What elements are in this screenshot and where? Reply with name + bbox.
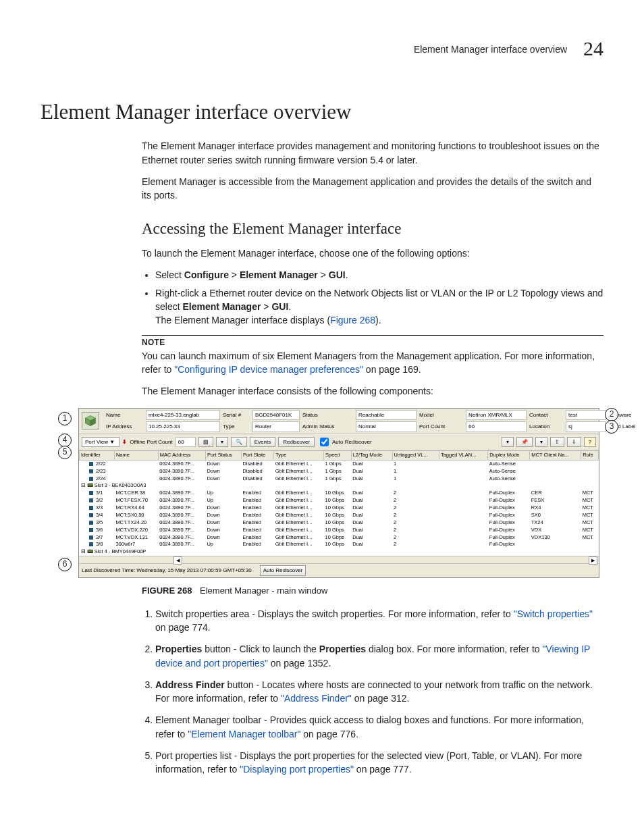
list-item: Address Finder button - Locates where ho… xyxy=(155,678,603,706)
address-finder-link[interactable]: "Address Finder" xyxy=(281,693,352,704)
column-header[interactable]: L2/Tag Mode xyxy=(351,450,392,460)
table-row[interactable]: 3/3MCT.RX4.640024.3890.7F...DownEnabledG… xyxy=(80,504,599,512)
port-view-dropdown[interactable]: Port View ▼ xyxy=(82,437,119,448)
portcount-label: Port Count xyxy=(419,423,463,431)
collapse-button[interactable]: ⇧ xyxy=(550,437,564,448)
slot-row[interactable]: ⊟ 📟 Slot 4 - BMY0449F00P xyxy=(80,548,599,556)
table-row[interactable]: 3/7MCT.VDX.1310024.3890.7F...DownEnabled… xyxy=(80,534,599,542)
chart-dropdown-button[interactable]: ▾ xyxy=(216,437,228,448)
toolbar-dropdown-button-2[interactable]: ▾ xyxy=(535,437,547,448)
status-label: Status xyxy=(302,411,353,419)
table-row[interactable]: 3/4MCT.SX0.800024.3890.7F...DownEnabledG… xyxy=(80,512,599,519)
note-label: NOTE xyxy=(142,337,603,348)
admin-label: Admin Status xyxy=(302,423,353,431)
model-field: NetIron XMR/MLX xyxy=(466,410,527,421)
scroll-right-button[interactable]: ▶ xyxy=(589,556,597,565)
table-row[interactable]: 2/240024.3890.7F...DownDisabledGbit Ethe… xyxy=(80,475,599,483)
note-link[interactable]: "Configuring IP device manager preferenc… xyxy=(174,364,363,375)
offline-indicator-icon: ⬇ xyxy=(122,438,127,446)
port-properties-link[interactable]: "Displaying port properties" xyxy=(240,764,354,775)
figure-caption-text: Element Manager - main window xyxy=(200,585,327,596)
admin-field: Normal xyxy=(356,421,417,432)
status-field: Reachable xyxy=(356,410,417,421)
list-item: Port properties list - Displays the port… xyxy=(155,749,603,777)
column-header[interactable]: Duplex Mode xyxy=(488,450,530,460)
location-label: Location xyxy=(529,423,563,431)
callout-5: 5 xyxy=(58,446,72,459)
slot-row[interactable]: ⊟ 📟 Slot 3 - BEK0403O0A3 xyxy=(80,482,599,490)
serial-label: Serial # xyxy=(223,411,250,419)
location-field[interactable]: sj xyxy=(566,421,606,432)
column-header[interactable]: MAC Address xyxy=(158,450,205,460)
note-rule xyxy=(142,335,603,336)
column-header[interactable]: Tagged VLAN... xyxy=(439,450,487,460)
table-row[interactable]: 3/6MCT.VDX.2200024.3890.7F...DownEnabled… xyxy=(80,527,599,534)
list-item: Select Configure > Element Manager > GUI… xyxy=(155,268,603,282)
column-header[interactable]: Role xyxy=(581,450,599,460)
list-item: Properties button - Click to launch the … xyxy=(155,642,603,670)
ip-label: IP Address xyxy=(106,423,143,431)
status-bar: Last Discovered Time: Wednesday, 15 May … xyxy=(79,563,599,577)
section-heading: Accessing the Element Manager interface xyxy=(142,217,603,240)
column-header[interactable]: MCT Client Na... xyxy=(530,450,581,460)
callout-1: 1 xyxy=(58,412,72,425)
instruction-list: Select Configure > Element Manager > GUI… xyxy=(142,268,603,327)
callout-2: 2 xyxy=(605,408,618,421)
column-header[interactable]: Identifier xyxy=(80,450,115,460)
ip-field: 10.25.225.33 xyxy=(146,421,220,432)
contact-field[interactable]: test xyxy=(566,410,606,421)
list-item: Switch properties area - Displays the sw… xyxy=(155,607,603,635)
port-properties-list: IdentifierNameMAC AddressPort StatusPort… xyxy=(79,450,599,563)
name-field[interactable]: mlxe4-225-33.englab xyxy=(146,410,220,421)
model-label: Model xyxy=(419,411,463,419)
contact-label: Contact xyxy=(529,411,563,419)
events-button[interactable]: Events xyxy=(250,437,275,448)
chapter-number: 24 xyxy=(583,37,603,59)
type-field: Router xyxy=(252,421,300,432)
figure-link[interactable]: Figure 268 xyxy=(330,315,375,325)
last-discovered-time: Last Discovered Time: Wednesday, 15 May … xyxy=(82,567,252,575)
note-text: You can launch maximum of six Element Ma… xyxy=(142,349,603,377)
page-title: Element Manager interface overview xyxy=(41,97,603,128)
search-button[interactable]: 🔍 xyxy=(231,437,247,448)
table-row[interactable]: 3/5MCT.TX24.200024.3890.7F...DownEnabled… xyxy=(80,519,599,527)
column-header[interactable]: Name xyxy=(114,450,158,460)
chart-button[interactable]: ▧ xyxy=(198,437,213,448)
expand-button[interactable]: ⇩ xyxy=(567,437,581,448)
column-header[interactable]: Type xyxy=(274,450,324,460)
table-row[interactable]: 2/220024.3890.7F...DownDisabledGbit Ethe… xyxy=(80,460,599,467)
table-row[interactable]: 2/230024.3890.7F...DownDisabledGbit Ethe… xyxy=(80,468,599,475)
table-row[interactable]: 3/8300w6r70024.3890.7F...UpEnabledGbit E… xyxy=(80,541,599,548)
auto-rediscover-checkbox[interactable]: Auto Rediscover xyxy=(317,436,371,448)
list-item: Element Manager toolbar - Provides quick… xyxy=(155,713,603,741)
help-button[interactable]: ? xyxy=(584,437,596,448)
callout-6: 6 xyxy=(58,558,72,571)
element-manager-toolbar: Port View ▼ ⬇ Offline Port Count 60 ▧ ▾ … xyxy=(79,434,599,450)
table-row[interactable]: 3/2MCT.FESX.700024.3890.7F...UpEnabledGb… xyxy=(80,497,599,504)
intro-paragraph-2: Element Manager is accessible from the M… xyxy=(142,175,603,203)
components-lead: The Element Manager interface consists o… xyxy=(142,384,603,398)
offline-port-count-field: 60 xyxy=(176,437,196,448)
list-item: Right-click a Ethernet router device on … xyxy=(155,286,603,328)
toolbar-dropdown-button[interactable]: ▾ xyxy=(502,437,514,448)
callout-4: 4 xyxy=(58,434,72,447)
column-header[interactable]: Port Status xyxy=(205,450,241,460)
scroll-left-button[interactable]: ◀ xyxy=(173,556,182,565)
switch-properties-link[interactable]: "Switch properties" xyxy=(514,608,593,619)
column-header[interactable]: Port State xyxy=(241,450,273,460)
figure-268: 1 2 3 4 5 6 Name mlxe4-225-33.englab Ser… xyxy=(46,408,603,578)
status-auto-rediscover-button[interactable]: Auto Rediscover xyxy=(260,565,306,576)
rediscover-button[interactable]: Rediscover xyxy=(278,437,315,448)
type-label: Type xyxy=(223,423,250,431)
switch-properties-area: Name mlxe4-225-33.englab Serial # BGD254… xyxy=(79,409,599,434)
figure-caption: FIGURE 268 Element Manager - main window xyxy=(142,585,603,598)
table-row[interactable]: 3/1MCT.CER.380024.3890.7F...UpEnabledGbi… xyxy=(80,490,599,497)
column-header[interactable]: Speed xyxy=(323,450,351,460)
offline-port-count-label: Offline Port Count xyxy=(130,438,172,446)
column-header[interactable]: Untagged VL... xyxy=(392,450,439,460)
running-header: Element Manager interface overview 24 xyxy=(41,34,603,63)
toolbar-link[interactable]: "Element Manager toolbar" xyxy=(188,729,300,739)
instruction-lead: To launch the Element Manager interface,… xyxy=(142,246,603,260)
components-list: Switch properties area - Displays the sw… xyxy=(142,607,603,777)
pin-button[interactable]: 📌 xyxy=(516,437,533,448)
